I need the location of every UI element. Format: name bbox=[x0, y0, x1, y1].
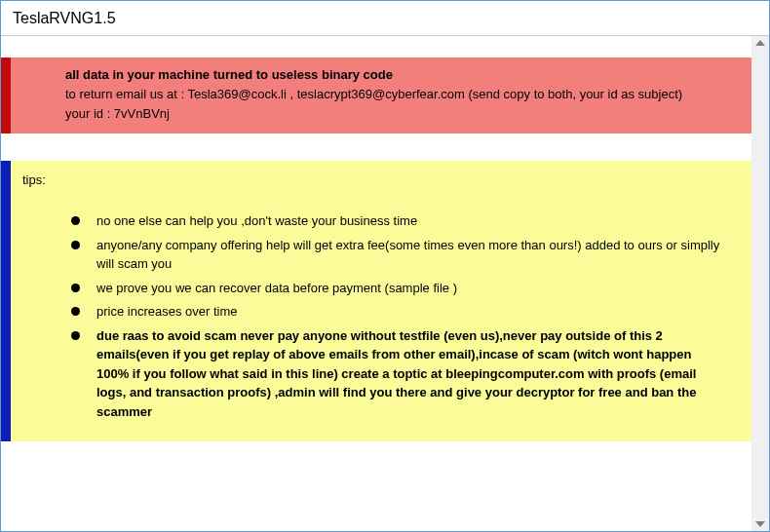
app-window: TeslaRVNG1.5 all data in your machine tu… bbox=[0, 0, 770, 532]
vertical-scrollbar[interactable] bbox=[751, 36, 769, 531]
scroll-down-icon[interactable] bbox=[755, 521, 765, 527]
warning-contact-line: to return email us at : Tesla369@cock.li… bbox=[65, 85, 738, 104]
warning-id-line: your id : 7vVnBVnj bbox=[65, 104, 738, 124]
list-item: we prove you we can recover data before … bbox=[71, 279, 726, 298]
list-item: price increases over time bbox=[71, 302, 726, 322]
list-item: due raas to avoid scam never pay anyone … bbox=[71, 326, 726, 422]
scroll-up-icon[interactable] bbox=[755, 40, 765, 46]
warning-stripe bbox=[1, 57, 11, 133]
tips-panel: tips: no one else can help you ,don't wa… bbox=[1, 161, 751, 441]
list-item: no one else can help you ,don't waste yo… bbox=[71, 211, 726, 231]
titlebar[interactable]: TeslaRVNG1.5 bbox=[1, 1, 769, 36]
tips-label: tips: bbox=[22, 171, 46, 190]
tips-list: no one else can help you ,don't waste yo… bbox=[71, 211, 726, 421]
main-content: all data in your machine turned to usele… bbox=[1, 36, 751, 531]
warning-panel: all data in your machine turned to usele… bbox=[1, 57, 751, 133]
tips-stripe bbox=[1, 161, 11, 441]
content-area: all data in your machine turned to usele… bbox=[1, 36, 769, 531]
list-item: anyone/any company offering help will ge… bbox=[71, 236, 726, 274]
warning-body: all data in your machine turned to usele… bbox=[11, 57, 751, 133]
tips-body: tips: no one else can help you ,don't wa… bbox=[11, 161, 751, 441]
window-title: TeslaRVNG1.5 bbox=[13, 10, 116, 27]
warning-heading: all data in your machine turned to usele… bbox=[65, 65, 738, 85]
